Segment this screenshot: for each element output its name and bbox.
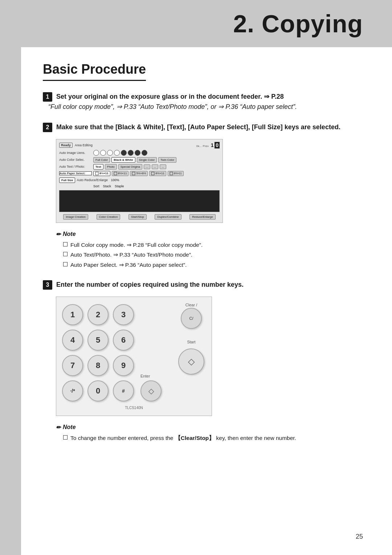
step2-bold: Make sure that the [Black & White], [Tex…: [56, 123, 340, 131]
key-6: 6: [113, 330, 134, 351]
start-stop-btn: Start/Stop: [128, 214, 147, 220]
note-2-section: ✏ Note To change the number entered, pre…: [56, 424, 367, 443]
note-1-item-3: Auto Paper Select. ⇒ P.36 “Auto paper se…: [56, 261, 367, 270]
sort-label: Sort: [93, 184, 99, 188]
circle-4: [114, 150, 120, 156]
note-2-title: ✏ Note: [56, 424, 367, 431]
start-diamond-icon: ◇: [188, 356, 195, 367]
full-color-btn: Full Color: [93, 157, 110, 163]
key-3: 3: [113, 304, 134, 325]
black-white-btn: Black & White: [111, 157, 135, 163]
single-color-btn: Single Color: [137, 157, 157, 163]
step1-italic: “Full color copy mode”, ⇒ P.33 “Auto Tex…: [48, 103, 297, 110]
staple-label: Staple: [115, 184, 124, 188]
key-placeholder-r1: [138, 304, 167, 325]
auto-reduce-label: Auto Reduce/Enlarge: [77, 178, 109, 182]
step1-number: 1: [43, 92, 52, 102]
full-size-btn: Full Size: [59, 177, 75, 183]
note-1-checkbox-2: [63, 252, 68, 256]
circle-1: [93, 150, 99, 156]
key-9: 9: [113, 355, 134, 376]
svg-rect-4: [170, 172, 173, 175]
page-number: 25: [356, 533, 363, 540]
step1-text: 1 Set your original on the exposure glas…: [43, 92, 367, 112]
image-creation-btn: Image Creation: [63, 214, 88, 220]
key-star: ·/*: [62, 380, 83, 401]
step-3: 3 Enter the number of copies required us…: [43, 280, 367, 443]
paper-size-5: 8½×11: [168, 171, 184, 176]
note-2-label: Note: [63, 424, 76, 430]
step3-number: 3: [43, 280, 52, 290]
start-label: Start: [187, 340, 195, 344]
key-7: 7: [62, 355, 83, 376]
enter-btn: ◇: [140, 380, 162, 401]
paper-size-4: 8½×11: [149, 171, 166, 176]
note-2-item-1: To change the number entered, press the …: [56, 434, 367, 443]
start-btn: ◇: [178, 348, 204, 375]
note-1-item-1: Full Color copy mode. ⇒ P.28 “Full color…: [56, 241, 367, 250]
circle-2: [100, 150, 106, 156]
tlcs-label: TLCS140N: [62, 406, 206, 410]
step-1: 1 Set your original on the exposure glas…: [43, 92, 367, 112]
note-1-section: ✏ Note Full Color copy mode. ⇒ P.28 “Ful…: [56, 231, 367, 270]
key-1: 1: [62, 304, 83, 325]
paper-size-3: 5½×8½: [130, 171, 148, 176]
start-btn-area: Start ◇: [178, 340, 204, 375]
clear-btn-area: Clear / C/: [178, 303, 204, 329]
extra-btn1: ...: [144, 164, 150, 169]
panel-auto-image-row: Auto Image Uens.: [59, 150, 220, 156]
extra-btn2: ...: [152, 164, 158, 169]
clear-btn: C/: [181, 308, 202, 329]
circle-5: [121, 150, 127, 156]
panel-circles: [93, 150, 147, 156]
percent-100: 100%: [111, 178, 119, 182]
clear-label-top: Clear /: [185, 303, 197, 307]
circle-6: [128, 150, 134, 156]
panel-area-editing-label: Area Editing: [75, 143, 93, 147]
key-5: 5: [87, 330, 109, 351]
note-1-title: ✏ Note: [56, 231, 367, 238]
section-title: Basic Procedure: [43, 62, 146, 81]
key-4: 4: [62, 330, 83, 351]
note-1-text-1: Full Color copy mode. ⇒ P.28 “Full color…: [70, 241, 203, 250]
step3-text: 3 Enter the number of copies required us…: [43, 280, 367, 290]
key-placeholder-r3: [138, 355, 167, 376]
panel-full-size-row: Full Size Auto Reduce/Enlarge 100%: [59, 177, 220, 183]
step3-bold: Enter the number of copies required usin…: [56, 281, 244, 288]
enter-label: Enter: [140, 374, 150, 378]
extra-btn3: ...: [160, 164, 166, 169]
circle-8: [142, 150, 147, 156]
auto-image-label: Auto Image Uens.: [59, 151, 92, 155]
panel-auto-text-row: Auto Text / Photo: Text Photo Special Or…: [59, 164, 220, 170]
left-sidebar-strip: [0, 0, 21, 555]
paper-size-1: 8½×11: [93, 171, 110, 176]
main-content: Basic Procedure 1 Set your original on t…: [21, 47, 392, 475]
twin-color-btn: Twin Color: [158, 157, 176, 163]
keypad-panel: 1 2 3 4 5 6 7 8 9 ·/* 0: [56, 297, 212, 416]
step-2: 2 Make sure that the [Black & White], [T…: [43, 122, 367, 270]
note-1-checkbox-1: [63, 242, 68, 246]
note-1-icon: ✏: [56, 231, 61, 238]
photo-btn: Photo: [105, 164, 117, 170]
auto-paper-select-label: Auto Paper Select:: [59, 171, 92, 175]
duplex-combine-btn: Duplex/Combine: [155, 214, 181, 220]
step2-number: 2: [43, 123, 52, 132]
page-title: 2. Copying: [233, 9, 363, 38]
keypad-row-4: ·/* 0 # Enter ◇: [62, 380, 206, 401]
panel-auto-color-row: Auto Color Selec. Full Color Black & Whi…: [59, 157, 220, 163]
auto-text-label: Auto Text / Photo:: [59, 165, 92, 168]
reduce-enlarge-btn: Reduce/Enlarge: [189, 214, 215, 220]
svg-rect-0: [95, 172, 98, 175]
note-2-icon: ✏: [56, 424, 61, 431]
svg-rect-2: [132, 172, 135, 175]
step1-bold: Set your original on the exposure glass …: [56, 93, 284, 100]
key-8: 8: [87, 355, 109, 376]
panel-sort-row: Sort Stack Staple: [59, 184, 220, 188]
color-creation-btn: Color Creation: [97, 214, 121, 220]
note-1-label: Note: [63, 231, 76, 237]
key-placeholder-r2: [138, 330, 167, 351]
circle-7: [135, 150, 140, 156]
auto-color-label: Auto Color Selec.: [59, 158, 92, 162]
svg-rect-1: [114, 172, 117, 175]
diamond-icon: ◇: [148, 387, 154, 395]
